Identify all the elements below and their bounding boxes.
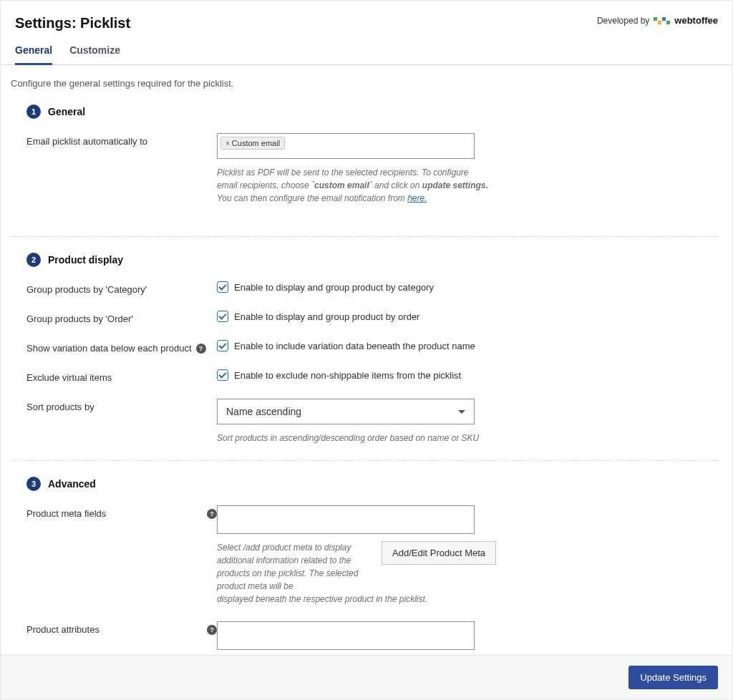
label-group-order: Group products by 'Order': [26, 311, 217, 324]
label-exclude-virtual: Exclude virtual items: [26, 369, 217, 383]
sort-hint: Sort products in ascending/descending or…: [217, 432, 489, 444]
email-hint-link[interactable]: here.: [407, 193, 427, 203]
product-meta-input[interactable]: [217, 505, 475, 534]
label-group-category: Group products by 'Category': [26, 281, 217, 295]
tab-customize[interactable]: Customize: [69, 44, 120, 65]
checkbox-group-order[interactable]: [217, 311, 228, 322]
checkbox-label-group-category: Enable to display and group product by c…: [234, 282, 434, 293]
add-edit-product-meta-button[interactable]: Add/Edit Product Meta: [382, 541, 496, 565]
section-title-general: General: [48, 106, 85, 117]
checkbox-variation-data[interactable]: [217, 340, 228, 351]
help-icon[interactable]: ?: [196, 344, 206, 354]
label-product-attributes: Product attributes: [26, 624, 99, 635]
help-icon[interactable]: ?: [207, 625, 217, 635]
checkbox-exclude-virtual[interactable]: [217, 369, 228, 381]
product-meta-hint-rest: displayed beneath the respective product…: [217, 593, 496, 606]
section-badge-3: 3: [26, 477, 41, 491]
product-attributes-input[interactable]: [217, 621, 475, 650]
brand-name: webtoffee: [674, 15, 718, 26]
tab-general[interactable]: General: [15, 44, 52, 65]
label-sort-products: Sort products by: [26, 399, 217, 412]
intro-text: Configure the general settings required …: [11, 78, 718, 89]
select-value: Name ascending: [226, 406, 301, 417]
tag-remove-icon[interactable]: ×: [225, 140, 230, 147]
webtoffee-logo-icon: [654, 17, 670, 24]
developed-by: Developed by webtoffee: [597, 15, 718, 26]
section-title-product-display: Product display: [48, 254, 123, 266]
label-email-picklist: Email picklist automatically to: [26, 133, 217, 147]
email-hint: Picklist as PDF will be sent to the sele…: [217, 166, 489, 205]
select-sort-products[interactable]: Name ascending: [217, 399, 475, 424]
label-product-meta: Product meta fields: [26, 508, 106, 519]
developed-by-text: Developed by: [597, 16, 649, 26]
checkbox-group-category[interactable]: [217, 281, 228, 293]
section-badge-1: 1: [26, 104, 41, 119]
checkbox-label-variation-data: Enable to include variation data beneath…: [234, 341, 475, 351]
product-meta-hint-short: Select /add product meta to display addi…: [217, 541, 374, 593]
tabs: General Customize: [1, 31, 732, 65]
checkbox-label-group-order: Enable to display and group product by o…: [234, 311, 419, 322]
section-title-advanced: Advanced: [48, 478, 96, 490]
tag-label: Custom email: [232, 139, 280, 147]
chevron-down-icon: [458, 410, 465, 414]
section-badge-2: 2: [26, 253, 41, 267]
help-icon[interactable]: ?: [207, 509, 217, 519]
email-recipient-input[interactable]: × Custom email: [217, 133, 475, 159]
label-variation-data: Show variation data below each product: [26, 343, 192, 354]
checkbox-label-exclude-virtual: Enable to exclude non-shippable items fr…: [234, 370, 461, 381]
page-title: Settings: Picklist: [15, 15, 130, 31]
update-settings-button[interactable]: Update Settings: [628, 666, 718, 689]
tag-custom-email[interactable]: × Custom email: [220, 137, 285, 150]
